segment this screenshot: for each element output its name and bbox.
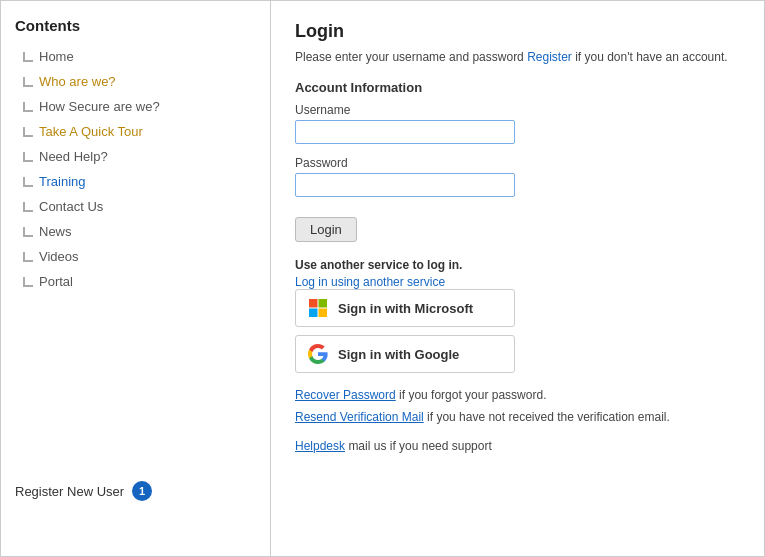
microsoft-icon — [308, 298, 328, 318]
svg-rect-0 — [309, 299, 318, 308]
svg-rect-3 — [319, 309, 328, 318]
account-info-header: Account Information — [295, 80, 740, 95]
login-description: Please enter your username and password … — [295, 48, 740, 66]
username-input[interactable] — [295, 120, 515, 144]
footer-links: Recover Password if you forgot your pass… — [295, 385, 740, 458]
sidebar-item-secure[interactable]: How Secure are we? — [1, 94, 270, 119]
login-button[interactable]: Login — [295, 217, 357, 242]
helpdesk-line: Helpdesk mail us if you need support — [295, 436, 740, 458]
google-signin-button[interactable]: Sign in with Google — [295, 335, 515, 373]
sidebar-title: Contents — [1, 11, 270, 44]
sidebar-item-contact[interactable]: Contact Us — [1, 194, 270, 219]
svg-rect-2 — [309, 309, 318, 318]
microsoft-signin-button[interactable]: Sign in with Microsoft — [295, 289, 515, 327]
password-label: Password — [295, 156, 740, 170]
username-label: Username — [295, 103, 740, 117]
register-badge: 1 — [132, 481, 152, 501]
helpdesk-link[interactable]: Helpdesk — [295, 439, 345, 453]
sidebar: Contents Home Who are we? How Secure are… — [1, 1, 271, 556]
password-input[interactable] — [295, 173, 515, 197]
username-group: Username — [295, 103, 740, 144]
password-group: Password — [295, 156, 740, 197]
register-label: Register New User — [15, 484, 124, 499]
sidebar-item-tour[interactable]: Take A Quick Tour — [1, 119, 270, 144]
register-link[interactable]: Register — [527, 50, 572, 64]
sidebar-item-portal[interactable]: Portal — [1, 269, 270, 294]
sidebar-item-home[interactable]: Home — [1, 44, 270, 69]
service-subtitle-link[interactable]: Log in using another service — [295, 275, 445, 289]
recover-password-link[interactable]: Recover Password — [295, 388, 396, 402]
resend-verification-link[interactable]: Resend Verification Mail — [295, 410, 424, 424]
resend-verification-line: Resend Verification Mail if you have not… — [295, 407, 740, 429]
sidebar-item-help[interactable]: Need Help? — [1, 144, 270, 169]
svg-rect-1 — [319, 299, 328, 308]
service-title: Use another service to log in. — [295, 258, 740, 272]
sidebar-item-news[interactable]: News — [1, 219, 270, 244]
sidebar-item-videos[interactable]: Videos — [1, 244, 270, 269]
sidebar-item-training[interactable]: Training — [1, 169, 270, 194]
recover-password-line: Recover Password if you forgot your pass… — [295, 385, 740, 407]
page-title: Login — [295, 21, 740, 42]
sidebar-item-who[interactable]: Who are we? — [1, 69, 270, 94]
main-content: Login Please enter your username and pas… — [271, 1, 764, 556]
register-area[interactable]: Register New User 1 — [15, 481, 152, 501]
google-icon — [308, 344, 328, 364]
